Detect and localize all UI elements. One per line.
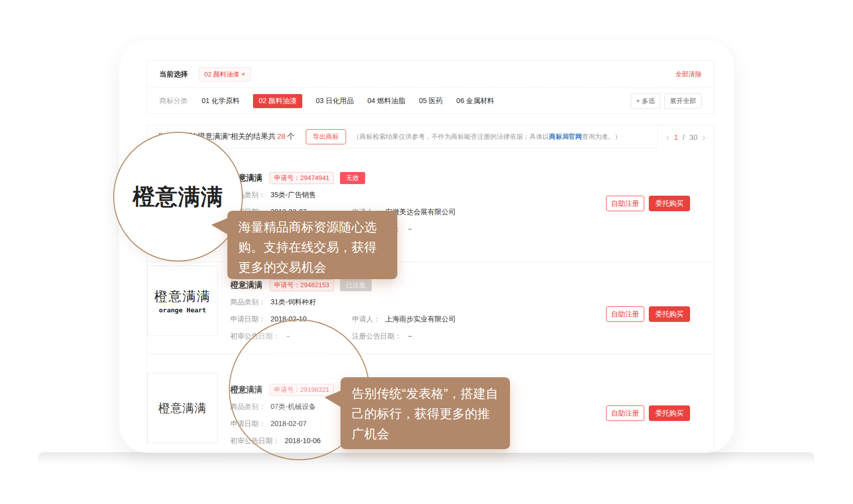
row-actions: 自助注册 委托购买 xyxy=(606,306,690,322)
self-register-button[interactable]: 自助注册 xyxy=(606,196,644,211)
results-count: 28 xyxy=(277,132,286,140)
category-item-01[interactable]: 01 化学原料 xyxy=(202,97,239,106)
callout-text: 告别传统“发表格”，搭建自己的标行，获得更多的推广机会 xyxy=(352,386,498,441)
total-pages: 30 xyxy=(689,133,698,141)
row-actions: 自助注册 委托购买 xyxy=(606,196,690,211)
self-register-button[interactable]: 自助注册 xyxy=(606,306,644,322)
app-no-value: 29482153 xyxy=(300,281,329,289)
category-item-02-selected[interactable]: 02 颜料油漆 xyxy=(253,94,302,108)
apply-date-label: 申请日期： xyxy=(230,315,266,323)
export-trademark-button[interactable]: 导出商标 xyxy=(306,129,346,144)
app-no-value: 29474941 xyxy=(300,174,329,182)
trademark-office-link[interactable]: 商标局官网 xyxy=(549,133,582,140)
next-page-icon[interactable]: › xyxy=(702,132,706,142)
callout-tail xyxy=(324,390,342,407)
pagination: ‹ 1 / 30 › xyxy=(657,125,714,148)
current-selection-label: 当前选择 xyxy=(159,70,188,79)
current-page: 1 xyxy=(674,133,678,141)
remove-filter-icon[interactable]: × xyxy=(241,70,245,78)
filter-panel: 当前选择 02 颜料油漆 × 全部清除 商标分类 01 化学原料 02 颜料油漆… xyxy=(147,60,714,114)
disclaimer-suffix: 查询为准。） xyxy=(582,133,621,140)
category-item-04[interactable]: 04 燃料油脂 xyxy=(367,97,405,106)
disclaimer-prefix: （商标检索结果仅供参考，不作为商标能否注册的法律依据；具体以 xyxy=(353,133,549,140)
category-label: 商品类别： xyxy=(230,298,266,306)
multi-select-button[interactable]: + 多选 xyxy=(631,94,660,109)
callout-text: 海量精品商标资源随心选购。支持在线交易，获得更多的交易机会 xyxy=(238,220,377,274)
entrust-buy-button[interactable]: 委托购买 xyxy=(649,306,690,322)
applicant-value: 上海雨步实业有限公司 xyxy=(385,315,456,323)
app-no-label: 申请号： xyxy=(274,174,300,182)
selected-filter-tag-label: 02 颜料油漆 xyxy=(204,70,239,79)
magnified-trademark-text: 橙意满满 xyxy=(133,182,223,212)
category-value: 35类-广告销售 xyxy=(271,191,316,199)
trademark-name: 橙意满满 xyxy=(230,280,263,291)
trademark-image: 橙意满满 xyxy=(147,373,218,443)
clear-all-button[interactable]: 全部清除 xyxy=(675,70,702,79)
application-number-tag: 申请号：29482153 xyxy=(270,279,334,291)
current-selection-row: 当前选择 02 颜料油漆 × 全部清除 xyxy=(147,61,714,88)
status-badge: 无效 xyxy=(340,172,365,184)
results-header: 为您检索到“橙意满满”相关的结果共28个 导出商标 （商标检索结果仅供参考，不作… xyxy=(147,125,714,148)
category-item-06[interactable]: 06 金属材料 xyxy=(456,97,494,106)
reg-pub-label: 注册公告日期： xyxy=(352,332,401,340)
row-actions: 自助注册 委托购买 xyxy=(606,405,690,421)
page-separator: / xyxy=(683,133,685,141)
laptop-base-shadow xyxy=(38,452,815,465)
category-item-05[interactable]: 05 医药 xyxy=(419,97,443,106)
magnifier-circle: 橙意满满 xyxy=(113,132,243,262)
trademark-image: 橙意满满 orange Heart xyxy=(147,266,218,336)
page: 当前选择 02 颜料油漆 × 全部清除 商标分类 01 化学原料 02 颜料油漆… xyxy=(0,0,853,504)
reg-pub-value: － xyxy=(406,332,413,340)
category-row: 商标分类 01 化学原料 02 颜料油漆 03 日化用品 04 燃料油脂 05 … xyxy=(147,88,714,114)
category-value: 31类-饲料种籽 xyxy=(271,298,316,306)
trademark-image-subtext: orange Heart xyxy=(159,306,206,314)
callout-bubble-promotion: 告别传统“发表格”，搭建自己的标行，获得更多的推广机会 xyxy=(340,377,510,449)
status-badge: 已注册 xyxy=(340,279,372,291)
entrust-buy-button[interactable]: 委托购买 xyxy=(649,405,690,421)
application-number-tag: 申请号：29474941 xyxy=(270,172,334,184)
self-register-button[interactable]: 自助注册 xyxy=(606,405,644,421)
summary-suffix: 个 xyxy=(287,132,295,140)
app-no-label: 申请号： xyxy=(274,281,300,289)
reg-pub-value: － xyxy=(406,225,413,233)
callout-tail xyxy=(211,218,228,235)
prev-page-icon[interactable]: ‹ xyxy=(666,132,669,142)
callout-bubble-marketplace: 海量精品商标资源随心选购。支持在线交易，获得更多的交易机会 xyxy=(227,211,397,279)
category-row-label: 商标分类 xyxy=(159,97,188,106)
applicant-label: 申请人： xyxy=(352,315,380,323)
trademark-image-text: 橙意满满 xyxy=(158,400,207,416)
entrust-buy-button[interactable]: 委托购买 xyxy=(649,196,690,211)
expand-all-button[interactable]: 展开全部 xyxy=(664,94,702,109)
disclaimer-text: （商标检索结果仅供参考，不作为商标能否注册的法律依据；具体以商标局官网查询为准。… xyxy=(353,132,621,141)
trademark-image-text: 橙意满满 xyxy=(154,288,211,305)
selected-filter-tag[interactable]: 02 颜料油漆 × xyxy=(199,67,251,81)
category-item-03[interactable]: 03 日化用品 xyxy=(316,97,354,106)
